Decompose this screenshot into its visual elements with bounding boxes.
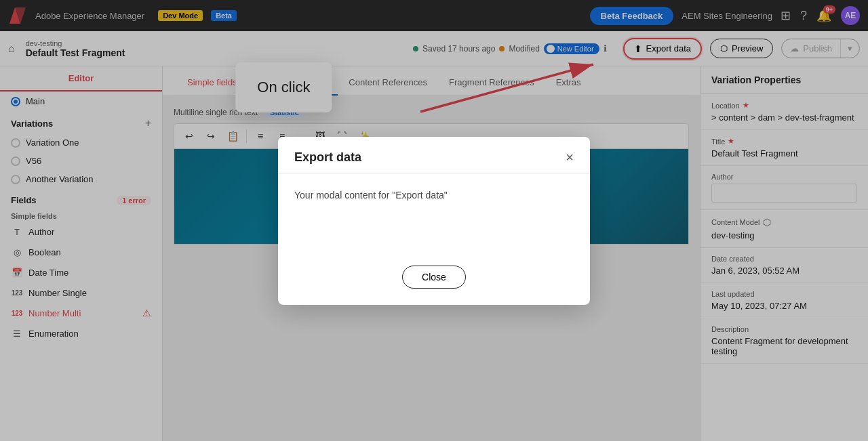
modal-close-button[interactable]: Close	[402, 266, 466, 289]
modal-footer: Close	[278, 255, 590, 305]
modal-close-x-button[interactable]: ×	[566, 150, 574, 164]
modal-title: Export data	[294, 150, 361, 165]
modal-header: Export data ×	[278, 137, 590, 173]
modal: Export data × Your modal content for "Ex…	[278, 137, 590, 305]
modal-body: Your modal content for "Export data"	[278, 173, 590, 255]
modal-overlay[interactable]: Export data × Your modal content for "Ex…	[0, 0, 868, 441]
